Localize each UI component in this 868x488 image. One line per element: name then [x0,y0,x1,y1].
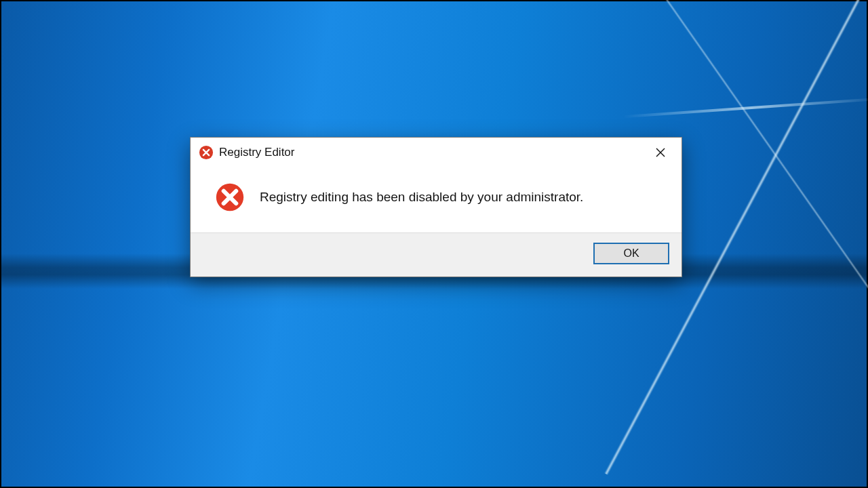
error-dialog: Registry Editor Registry editing has bee… [190,137,682,277]
dialog-content: Registry editing has been disabled by yo… [191,167,682,232]
dialog-titlebar[interactable]: Registry Editor [191,138,682,167]
close-icon [655,147,666,158]
dialog-title: Registry Editor [219,146,645,159]
dialog-button-row: OK [191,232,682,277]
ok-button[interactable]: OK [593,243,669,264]
error-icon [215,182,245,212]
decorative-beam [623,98,868,118]
dialog-message: Registry editing has been disabled by yo… [260,190,583,205]
error-icon [199,145,214,160]
desktop-background: Registry Editor Registry editing has bee… [0,0,868,488]
close-button[interactable] [645,142,676,163]
